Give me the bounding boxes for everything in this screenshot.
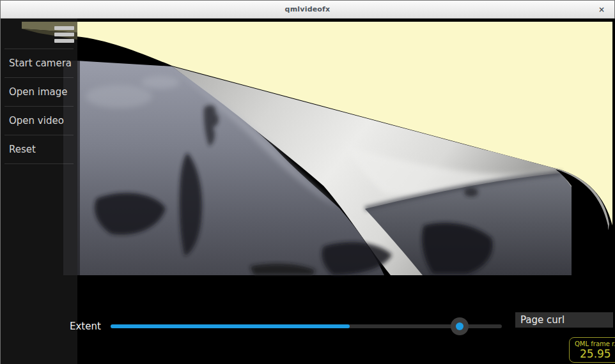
sidebar: Start camera Open image Open video Reset (1, 19, 77, 364)
sidebar-item-open-image[interactable]: Open image (1, 78, 77, 106)
main-area: Start camera Open image Open video Reset… (1, 19, 615, 364)
menu-separator (4, 163, 74, 164)
app-window: qmlvideofx × (0, 0, 615, 364)
window-title: qmlvideofx (1, 5, 614, 13)
sidebar-item-open-video[interactable]: Open video (1, 107, 77, 135)
fps-display: QML frame r... 25.95 (569, 337, 615, 363)
sidebar-item-start-camera[interactable]: Start camera (1, 49, 77, 77)
extent-slider-label: Extent (70, 321, 101, 332)
fps-label: QML frame r... (575, 340, 615, 347)
effect-selector-button[interactable]: Page curl (515, 312, 613, 328)
hamburger-icon[interactable] (54, 26, 74, 43)
slider-handle[interactable] (451, 317, 469, 335)
sidebar-item-reset[interactable]: Reset (1, 135, 77, 163)
slider-handle-dot (456, 322, 463, 330)
close-icon[interactable]: × (596, 4, 607, 15)
slider-fill (111, 324, 350, 328)
sidebar-menu: Start camera Open image Open video Reset (1, 49, 77, 164)
fps-value: 25.95 (575, 347, 615, 360)
extent-slider[interactable] (111, 317, 502, 335)
title-bar: qmlvideofx × (1, 1, 614, 19)
